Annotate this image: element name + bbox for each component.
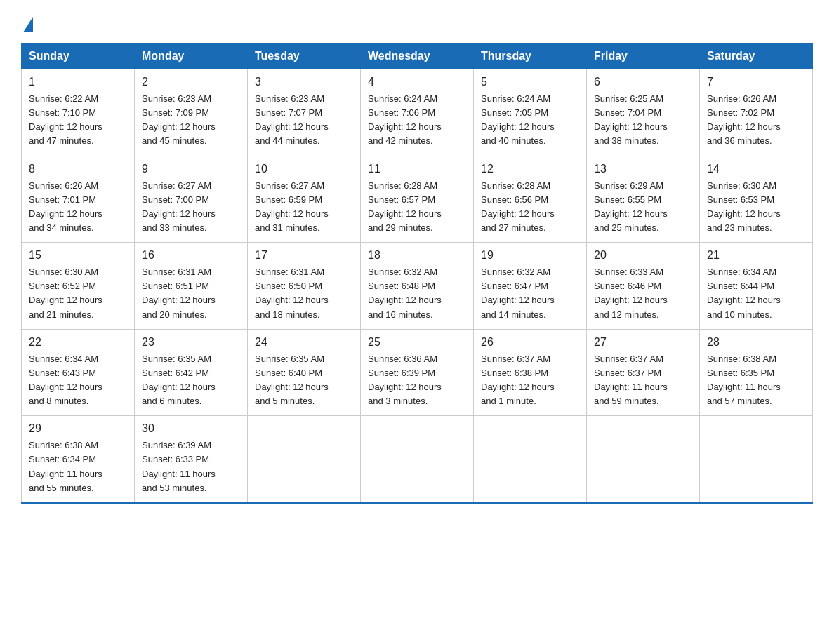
calendar-cell: 19Sunrise: 6:32 AMSunset: 6:47 PMDayligh… — [474, 243, 587, 330]
day-info: Sunrise: 6:38 AMSunset: 6:34 PMDaylight:… — [29, 438, 127, 495]
day-info: Sunrise: 6:34 AMSunset: 6:44 PMDaylight:… — [707, 265, 805, 322]
day-number: 22 — [29, 334, 127, 351]
calendar-cell: 13Sunrise: 6:29 AMSunset: 6:55 PMDayligh… — [587, 156, 700, 243]
calendar-cell: 24Sunrise: 6:35 AMSunset: 6:40 PMDayligh… — [248, 329, 361, 416]
calendar-week-row: 1Sunrise: 6:22 AMSunset: 7:10 PMDaylight… — [22, 69, 813, 156]
header-sunday: Sunday — [22, 44, 135, 69]
day-info: Sunrise: 6:37 AMSunset: 6:37 PMDaylight:… — [594, 352, 692, 409]
day-number: 5 — [481, 74, 579, 90]
day-number: 6 — [594, 74, 692, 90]
day-info: Sunrise: 6:26 AMSunset: 7:01 PMDaylight:… — [29, 179, 127, 236]
day-number: 18 — [368, 247, 466, 264]
day-info: Sunrise: 6:28 AMSunset: 6:57 PMDaylight:… — [368, 179, 466, 236]
calendar-cell — [361, 416, 474, 503]
day-info: Sunrise: 6:28 AMSunset: 6:56 PMDaylight:… — [481, 179, 579, 236]
day-info: Sunrise: 6:37 AMSunset: 6:38 PMDaylight:… — [481, 352, 579, 409]
day-number: 3 — [255, 74, 353, 90]
day-number: 14 — [707, 161, 805, 177]
day-info: Sunrise: 6:35 AMSunset: 6:40 PMDaylight:… — [255, 352, 353, 409]
calendar-cell: 29Sunrise: 6:38 AMSunset: 6:34 PMDayligh… — [22, 416, 135, 503]
day-number: 23 — [142, 334, 240, 351]
page-header — [21, 14, 813, 31]
calendar-week-row: 15Sunrise: 6:30 AMSunset: 6:52 PMDayligh… — [22, 243, 813, 330]
calendar-cell: 18Sunrise: 6:32 AMSunset: 6:48 PMDayligh… — [361, 243, 474, 330]
calendar-cell: 12Sunrise: 6:28 AMSunset: 6:56 PMDayligh… — [474, 156, 587, 243]
day-number: 30 — [142, 420, 240, 437]
calendar-week-row: 22Sunrise: 6:34 AMSunset: 6:43 PMDayligh… — [22, 329, 813, 416]
day-number: 9 — [142, 161, 240, 177]
day-info: Sunrise: 6:23 AMSunset: 7:09 PMDaylight:… — [142, 92, 240, 149]
day-number: 28 — [707, 334, 805, 351]
day-number: 29 — [29, 420, 127, 437]
calendar-cell: 20Sunrise: 6:33 AMSunset: 6:46 PMDayligh… — [587, 243, 700, 330]
day-info: Sunrise: 6:29 AMSunset: 6:55 PMDaylight:… — [594, 179, 692, 236]
day-info: Sunrise: 6:35 AMSunset: 6:42 PMDaylight:… — [142, 352, 240, 409]
day-info: Sunrise: 6:31 AMSunset: 6:51 PMDaylight:… — [142, 265, 240, 322]
day-number: 13 — [594, 161, 692, 177]
calendar-cell: 27Sunrise: 6:37 AMSunset: 6:37 PMDayligh… — [587, 329, 700, 416]
day-number: 17 — [255, 247, 353, 264]
day-number: 4 — [368, 74, 466, 90]
calendar-header-row: SundayMondayTuesdayWednesdayThursdayFrid… — [22, 44, 813, 69]
calendar-cell: 7Sunrise: 6:26 AMSunset: 7:02 PMDaylight… — [700, 69, 813, 156]
day-number: 10 — [255, 161, 353, 177]
day-info: Sunrise: 6:39 AMSunset: 6:33 PMDaylight:… — [142, 438, 240, 495]
day-info: Sunrise: 6:30 AMSunset: 6:53 PMDaylight:… — [707, 179, 805, 236]
day-info: Sunrise: 6:36 AMSunset: 6:39 PMDaylight:… — [368, 352, 466, 409]
day-info: Sunrise: 6:33 AMSunset: 6:46 PMDaylight:… — [594, 265, 692, 322]
calendar-cell: 17Sunrise: 6:31 AMSunset: 6:50 PMDayligh… — [248, 243, 361, 330]
day-number: 16 — [142, 247, 240, 264]
calendar-cell — [248, 416, 361, 503]
calendar-cell: 28Sunrise: 6:38 AMSunset: 6:35 PMDayligh… — [700, 329, 813, 416]
day-info: Sunrise: 6:30 AMSunset: 6:52 PMDaylight:… — [29, 265, 127, 322]
day-number: 11 — [368, 161, 466, 177]
calendar-cell: 25Sunrise: 6:36 AMSunset: 6:39 PMDayligh… — [361, 329, 474, 416]
calendar-cell: 26Sunrise: 6:37 AMSunset: 6:38 PMDayligh… — [474, 329, 587, 416]
header-thursday: Thursday — [474, 44, 587, 69]
calendar-cell: 16Sunrise: 6:31 AMSunset: 6:51 PMDayligh… — [135, 243, 248, 330]
header-wednesday: Wednesday — [361, 44, 474, 69]
day-info: Sunrise: 6:22 AMSunset: 7:10 PMDaylight:… — [29, 92, 127, 149]
day-info: Sunrise: 6:27 AMSunset: 7:00 PMDaylight:… — [142, 179, 240, 236]
calendar-cell — [700, 416, 813, 503]
day-info: Sunrise: 6:26 AMSunset: 7:02 PMDaylight:… — [707, 92, 805, 149]
day-info: Sunrise: 6:27 AMSunset: 6:59 PMDaylight:… — [255, 179, 353, 236]
calendar-cell: 9Sunrise: 6:27 AMSunset: 7:00 PMDaylight… — [135, 156, 248, 243]
logo — [21, 14, 33, 31]
day-info: Sunrise: 6:24 AMSunset: 7:05 PMDaylight:… — [481, 92, 579, 149]
day-number: 26 — [481, 334, 579, 351]
calendar-cell: 21Sunrise: 6:34 AMSunset: 6:44 PMDayligh… — [700, 243, 813, 330]
day-number: 2 — [142, 74, 240, 90]
day-info: Sunrise: 6:32 AMSunset: 6:47 PMDaylight:… — [481, 265, 579, 322]
calendar-cell — [587, 416, 700, 503]
calendar-cell: 2Sunrise: 6:23 AMSunset: 7:09 PMDaylight… — [135, 69, 248, 156]
day-info: Sunrise: 6:25 AMSunset: 7:04 PMDaylight:… — [594, 92, 692, 149]
calendar-cell: 1Sunrise: 6:22 AMSunset: 7:10 PMDaylight… — [22, 69, 135, 156]
calendar-cell: 5Sunrise: 6:24 AMSunset: 7:05 PMDaylight… — [474, 69, 587, 156]
calendar-cell: 30Sunrise: 6:39 AMSunset: 6:33 PMDayligh… — [135, 416, 248, 503]
header-friday: Friday — [587, 44, 700, 69]
calendar-cell: 23Sunrise: 6:35 AMSunset: 6:42 PMDayligh… — [135, 329, 248, 416]
calendar-cell: 6Sunrise: 6:25 AMSunset: 7:04 PMDaylight… — [587, 69, 700, 156]
day-info: Sunrise: 6:38 AMSunset: 6:35 PMDaylight:… — [707, 352, 805, 409]
day-number: 27 — [594, 334, 692, 351]
calendar-cell: 10Sunrise: 6:27 AMSunset: 6:59 PMDayligh… — [248, 156, 361, 243]
day-number: 7 — [707, 74, 805, 90]
logo-triangle-icon — [23, 17, 33, 32]
calendar-cell: 3Sunrise: 6:23 AMSunset: 7:07 PMDaylight… — [248, 69, 361, 156]
calendar-cell: 14Sunrise: 6:30 AMSunset: 6:53 PMDayligh… — [700, 156, 813, 243]
day-number: 25 — [368, 334, 466, 351]
day-number: 19 — [481, 247, 579, 264]
calendar-week-row: 8Sunrise: 6:26 AMSunset: 7:01 PMDaylight… — [22, 156, 813, 243]
day-number: 15 — [29, 247, 127, 264]
header-monday: Monday — [135, 44, 248, 69]
calendar-cell: 4Sunrise: 6:24 AMSunset: 7:06 PMDaylight… — [361, 69, 474, 156]
calendar-cell: 22Sunrise: 6:34 AMSunset: 6:43 PMDayligh… — [22, 329, 135, 416]
day-info: Sunrise: 6:32 AMSunset: 6:48 PMDaylight:… — [368, 265, 466, 322]
day-number: 1 — [29, 74, 127, 90]
day-number: 12 — [481, 161, 579, 177]
calendar-cell: 15Sunrise: 6:30 AMSunset: 6:52 PMDayligh… — [22, 243, 135, 330]
calendar-cell — [474, 416, 587, 503]
header-saturday: Saturday — [700, 44, 813, 69]
day-info: Sunrise: 6:31 AMSunset: 6:50 PMDaylight:… — [255, 265, 353, 322]
